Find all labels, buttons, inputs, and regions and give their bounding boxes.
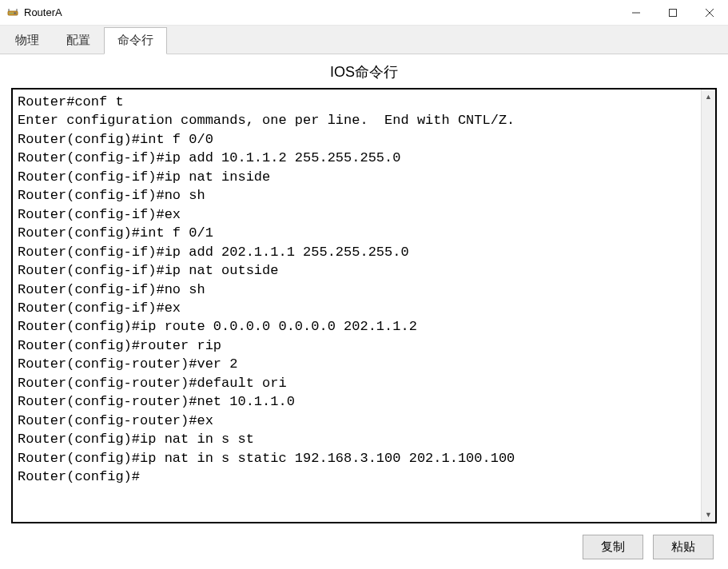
tab-config[interactable]: 配置 [53, 27, 104, 54]
terminal-wrapper: Router#conf t Enter configuration comman… [11, 88, 717, 523]
app-icon [6, 6, 19, 19]
button-row: 复制 粘贴 [11, 535, 717, 559]
scrollbar[interactable]: ▲ ▼ [701, 90, 715, 522]
cli-heading: IOS命令行 [11, 62, 717, 82]
tab-physical[interactable]: 物理 [2, 27, 53, 54]
close-button[interactable] [691, 0, 728, 26]
svg-point-2 [11, 12, 13, 14]
paste-button[interactable]: 粘贴 [653, 535, 714, 559]
title-bar: RouterA [0, 0, 728, 26]
terminal-output[interactable]: Router#conf t Enter configuration comman… [13, 90, 701, 522]
window-controls [618, 0, 728, 25]
window-title: RouterA [24, 6, 618, 18]
scroll-up-arrow[interactable]: ▲ [702, 90, 715, 104]
minimize-button[interactable] [618, 0, 654, 26]
scroll-down-arrow[interactable]: ▼ [702, 507, 715, 522]
svg-rect-3 [14, 12, 17, 14]
content-area: IOS命令行 Router#conf t Enter configuration… [0, 54, 728, 569]
svg-point-1 [10, 12, 11, 14]
maximize-button[interactable] [654, 0, 691, 26]
tab-cli[interactable]: 命令行 [104, 27, 167, 54]
tab-bar: 物理 配置 命令行 [0, 26, 728, 54]
copy-button[interactable]: 复制 [583, 535, 643, 559]
svg-rect-5 [670, 10, 677, 17]
